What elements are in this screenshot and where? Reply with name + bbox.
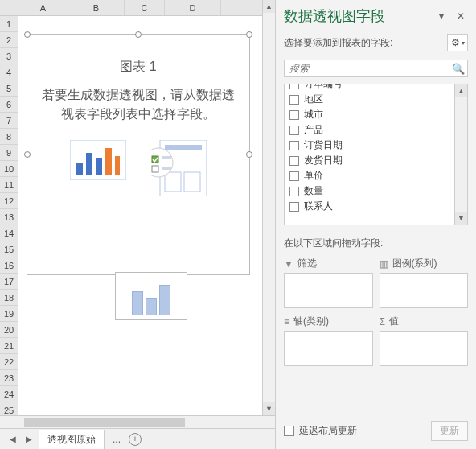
close-pane-icon[interactable]: ✕ [453, 9, 468, 23]
row-header[interactable]: 9 [0, 145, 18, 161]
row-header[interactable]: 25 [0, 402, 18, 415]
col-header-D[interactable]: D [165, 0, 221, 15]
drop-label: 图例(系列) [392, 257, 437, 270]
row-header[interactable]: 2 [0, 32, 18, 48]
field-item[interactable]: 订单编号 [285, 84, 454, 92]
field-checkbox[interactable] [289, 202, 299, 212]
sheet-tab-bar: ◀ ▶ 透视图原始 ... + [0, 428, 275, 449]
field-list-icon [150, 140, 207, 196]
row-header[interactable]: 6 [0, 97, 18, 113]
bar [132, 291, 143, 315]
update-button[interactable]: 更新 [431, 421, 468, 441]
row-header[interactable]: 4 [0, 64, 18, 80]
field-item[interactable]: 地区 [285, 92, 454, 107]
layout-options-button[interactable]: ⚙▾ [447, 34, 468, 51]
defer-layout-checkbox[interactable] [284, 426, 294, 436]
field-checkbox[interactable] [289, 84, 299, 89]
col-header-C[interactable]: C [125, 0, 165, 15]
row-header[interactable]: 15 [0, 241, 18, 257]
horizontal-scrollbar[interactable] [0, 415, 275, 428]
field-item[interactable]: 单价 [285, 168, 454, 183]
row-headers: 1234567891011121314151617181920212223242… [0, 0, 18, 415]
row-header[interactable]: 17 [0, 274, 18, 290]
scroll-down-icon[interactable]: ▼ [455, 212, 467, 224]
row-header[interactable]: 7 [0, 113, 18, 129]
chart-instruction-text: 若要生成数据透视图，请从数据透视表字段列表中选择字段。 [27, 85, 249, 124]
drop-zone-filter[interactable]: ▼筛选 [284, 257, 373, 308]
scroll-up-icon[interactable]: ▲ [455, 84, 467, 97]
field-item[interactable]: 产品 [285, 122, 454, 138]
field-item[interactable]: 城市 [285, 107, 454, 122]
row-header[interactable]: 14 [0, 225, 18, 241]
search-icon[interactable]: 🔍 [449, 63, 467, 75]
vertical-scrollbar[interactable]: ▲ ▼ [262, 0, 275, 415]
row-header[interactable]: 22 [0, 354, 18, 370]
field-label: 订单编号 [304, 84, 343, 91]
add-sheet-button[interactable]: + [129, 433, 142, 446]
row-header[interactable]: 24 [0, 386, 18, 402]
pane-options-dropdown-icon[interactable]: ▾ [434, 9, 449, 23]
field-item[interactable]: 联系人 [285, 199, 454, 214]
secondary-chart-embed[interactable] [115, 272, 187, 320]
col-header-A[interactable]: A [18, 0, 68, 15]
drop-label: 值 [389, 315, 399, 328]
search-input[interactable] [285, 63, 449, 74]
field-checkbox[interactable] [289, 187, 299, 196]
row-header[interactable]: 16 [0, 257, 18, 274]
field-checkbox[interactable] [289, 95, 299, 105]
sheet-tab-active[interactable]: 透视图原始 [39, 430, 105, 449]
field-checkbox[interactable] [289, 110, 299, 120]
scroll-up-icon[interactable]: ▲ [263, 0, 275, 13]
drop-zone-axis[interactable]: ≡轴(类别) [284, 315, 373, 366]
field-checkbox[interactable] [289, 141, 299, 150]
drop-label: 筛选 [298, 257, 317, 270]
field-checkbox[interactable] [289, 126, 299, 135]
row-header[interactable]: 3 [0, 48, 18, 64]
drag-instruction: 在以下区域间拖动字段: [276, 232, 476, 257]
row-header[interactable]: 12 [0, 193, 18, 209]
field-search-box: 🔍 [284, 60, 468, 77]
tab-nav-prev-icon[interactable]: ◀ [6, 435, 19, 443]
row-header[interactable]: 5 [0, 80, 18, 97]
row-header[interactable]: 20 [0, 322, 18, 338]
pivot-chart-placeholder[interactable]: 图表 1 若要生成数据透视图，请从数据透视表字段列表中选择字段。 [27, 34, 250, 275]
field-label: 产品 [304, 123, 323, 137]
svg-rect-5 [115, 156, 120, 175]
row-header[interactable]: 1 [0, 16, 18, 32]
row-header[interactable]: 18 [0, 290, 18, 306]
row-header[interactable]: 21 [0, 338, 18, 354]
row-header[interactable]: 19 [0, 306, 18, 322]
field-item[interactable]: 数量 [285, 183, 454, 199]
field-label: 单价 [304, 169, 323, 183]
bar [159, 285, 170, 315]
col-header-B[interactable]: B [68, 0, 125, 15]
scroll-down-icon[interactable]: ▼ [263, 402, 275, 415]
field-list-scrollbar[interactable]: ▲ ▼ [455, 84, 468, 225]
row-header[interactable]: 11 [0, 177, 18, 193]
drop-zone-legend[interactable]: ▥图例(系列) [380, 257, 469, 308]
field-item[interactable]: 发货日期 [285, 153, 454, 168]
pivot-chart-fields-pane: 数据透视图字段 ▾ ✕ 选择要添加到报表的字段: ⚙▾ 🔍 订单编号地区城市产品… [275, 0, 476, 449]
field-label: 联系人 [304, 200, 333, 213]
row-header[interactable]: 8 [0, 129, 18, 145]
field-list[interactable]: 订单编号地区城市产品订货日期发货日期单价数量联系人 [284, 84, 455, 225]
tab-nav-next-icon[interactable]: ▶ [23, 435, 35, 443]
pane-subtitle: 选择要添加到报表的字段: [284, 36, 447, 50]
sheet-tab-overflow[interactable]: ... [108, 434, 125, 445]
field-item[interactable]: 订货日期 [285, 138, 454, 153]
sigma-icon: Σ [380, 316, 385, 327]
field-checkbox[interactable] [289, 171, 299, 181]
svg-rect-7 [165, 145, 202, 150]
drop-label: 轴(类别) [293, 315, 329, 328]
drop-zone-values[interactable]: Σ值 [380, 315, 469, 366]
bar [146, 298, 157, 315]
axis-icon: ≡ [284, 316, 289, 327]
field-label: 城市 [304, 108, 323, 122]
row-header[interactable]: 13 [0, 209, 18, 225]
field-checkbox[interactable] [289, 156, 299, 166]
row-header[interactable]: 23 [0, 370, 18, 386]
svg-rect-1 [76, 163, 83, 175]
spreadsheet-area: 1234567891011121314151617181920212223242… [0, 0, 275, 449]
row-header[interactable]: 10 [0, 161, 18, 177]
svg-rect-3 [96, 158, 102, 175]
